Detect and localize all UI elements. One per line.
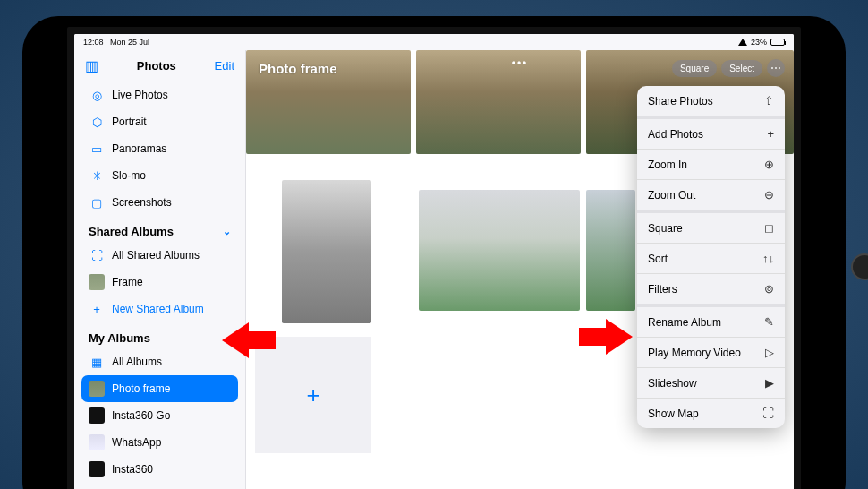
sidebar-item-label: Frame — [112, 276, 143, 288]
sidebar: ▥ Photos Edit ◎ Live Photos ⬡ Portrait — [74, 50, 246, 489]
sidebar-item-all-albums[interactable]: ▦ All Albums — [81, 348, 238, 375]
slomo-icon: ✳ — [89, 167, 105, 184]
menu-label: Add Photos — [648, 128, 703, 141]
photo-thumb[interactable] — [416, 50, 581, 154]
slideshow-icon: ▶ — [765, 376, 774, 390]
home-button[interactable] — [851, 253, 868, 280]
sidebar-item-whatsapp[interactable]: WhatsApp — [81, 429, 238, 456]
menu-item-zoom-out[interactable]: Zoom Out ⊖ — [637, 180, 785, 213]
filters-icon: ⊚ — [764, 282, 774, 296]
menu-label: Show Map — [648, 408, 699, 420]
status-time: 12:08 — [83, 38, 104, 47]
sidebar-item-slomo[interactable]: ✳ Slo-mo — [81, 162, 238, 189]
wifi-icon — [738, 39, 747, 46]
pencil-icon: ✎ — [764, 315, 774, 329]
sidebar-item-frame[interactable]: Frame — [81, 269, 238, 296]
album-thumb-icon — [89, 434, 105, 450]
photo-thumb[interactable] — [586, 190, 635, 311]
menu-label: Filters — [648, 283, 677, 296]
album-thumb-icon — [89, 274, 105, 290]
menu-label: Slideshow — [648, 377, 697, 390]
sidebar-item-all-shared[interactable]: ⛶ All Shared Albums — [81, 242, 238, 269]
sidebar-item-label: Screenshots — [112, 196, 172, 209]
square-icon: ◻ — [764, 221, 774, 235]
menu-label: Sort — [648, 253, 668, 265]
menu-item-filters[interactable]: Filters ⊚ — [637, 274, 785, 307]
sidebar-item-label: All Albums — [112, 356, 162, 368]
menu-label: Rename Album — [648, 316, 721, 329]
battery-pct: 23% — [751, 38, 767, 47]
menu-label: Zoom Out — [648, 189, 695, 202]
sidebar-item-label: Slo-mo — [112, 169, 146, 182]
more-menu-button[interactable]: ⋯ — [767, 59, 785, 77]
menu-item-sort[interactable]: Sort ↑↓ — [637, 244, 785, 274]
status-left: 12:08 Mon 25 Jul — [83, 38, 149, 47]
more-dots-icon[interactable]: ••• — [512, 57, 529, 70]
sidebar-item-label: Insta360 Go — [112, 409, 170, 422]
plus-icon: + — [89, 301, 105, 317]
map-icon: ⛶ — [762, 407, 774, 420]
sidebar-item-photo-frame[interactable]: Photo frame — [81, 375, 238, 402]
sidebar-item-label: Photo frame — [112, 382, 170, 395]
section-title: Shared Albums — [89, 225, 174, 238]
album-title: Photo frame — [259, 61, 337, 76]
screenshots-icon: ▢ — [89, 194, 105, 210]
sidebar-item-label: New Shared Album — [112, 303, 204, 315]
status-date: Mon 25 Jul — [110, 38, 149, 47]
battery-icon — [770, 39, 785, 46]
annotation-arrow-icon — [579, 319, 633, 355]
menu-label: Square — [648, 222, 683, 235]
menu-label: Play Memory Video — [648, 347, 741, 359]
screen: 12:08 Mon 25 Jul 23% ▥ Photos Edit — [74, 34, 794, 489]
sidebar-item-label: Portrait — [112, 116, 147, 128]
play-icon: ▷ — [765, 346, 774, 359]
menu-label: Zoom In — [648, 159, 687, 171]
all-shared-icon: ⛶ — [89, 247, 105, 263]
chevron-down-icon: ⌄ — [223, 226, 231, 237]
sidebar-item-panoramas[interactable]: ▭ Panoramas — [81, 135, 238, 162]
album-thumb-icon — [89, 461, 105, 477]
section-my-albums[interactable]: My Albums ⌄ — [81, 322, 238, 348]
section-title: My Albums — [89, 331, 150, 345]
sidebar-item-insta360go[interactable]: Insta360 Go — [81, 402, 238, 429]
menu-item-zoom-in[interactable]: Zoom In ⊕ — [637, 150, 785, 180]
menu-item-square[interactable]: Square ◻ — [637, 213, 785, 244]
photo-thumb[interactable] — [419, 190, 580, 311]
select-button[interactable]: Select — [721, 60, 762, 77]
sidebar-item-label: Insta360 — [112, 463, 153, 476]
plus-icon: + — [767, 127, 774, 141]
sidebar-item-portrait[interactable]: ⬡ Portrait — [81, 108, 238, 135]
sidebar-item-label: All Shared Albums — [112, 249, 200, 262]
zoom-in-icon: ⊕ — [764, 158, 774, 171]
sidebar-item-live-photos[interactable]: ◎ Live Photos — [81, 82, 238, 108]
sidebar-item-label: WhatsApp — [112, 436, 161, 449]
album-content: Photo frame ••• Square Select ⋯ — [246, 50, 794, 489]
sidebar-item-label: Live Photos — [112, 89, 168, 101]
section-shared-albums[interactable]: Shared Albums ⌄ — [81, 216, 238, 242]
menu-item-add-photos[interactable]: Add Photos + — [637, 119, 785, 150]
sidebar-item-screenshots[interactable]: ▢ Screenshots — [81, 189, 238, 216]
all-albums-icon: ▦ — [89, 354, 105, 370]
album-thumb-icon — [89, 408, 105, 424]
menu-item-rename-album[interactable]: Rename Album ✎ — [637, 307, 785, 338]
zoom-out-icon: ⊖ — [764, 188, 774, 202]
photo-thumb[interactable] — [282, 180, 371, 323]
sidebar-collapse-icon[interactable]: ▥ — [85, 57, 98, 74]
menu-label: Share Photos — [648, 95, 713, 107]
svg-marker-0 — [579, 319, 633, 355]
annotation-arrow-icon — [222, 322, 276, 358]
menu-item-show-map[interactable]: Show Map ⛶ — [637, 399, 785, 428]
live-photos-icon: ◎ — [89, 87, 105, 103]
sidebar-item-insta360[interactable]: Insta360 — [81, 456, 238, 483]
menu-item-slideshow[interactable]: Slideshow ▶ — [637, 368, 785, 399]
album-thumb-icon — [89, 381, 105, 397]
square-toggle-button[interactable]: Square — [672, 60, 717, 77]
context-menu: Share Photos ⇧ Add Photos + Zoom In ⊕ — [637, 86, 785, 428]
sidebar-item-new-shared[interactable]: + New Shared Album — [81, 296, 238, 322]
sidebar-item-label: Panoramas — [112, 142, 166, 155]
menu-item-share-photos[interactable]: Share Photos ⇧ — [637, 86, 785, 119]
share-icon: ⇧ — [764, 94, 774, 107]
ipad-frame: 12:08 Mon 25 Jul 23% ▥ Photos Edit — [22, 16, 846, 489]
menu-item-play-memory[interactable]: Play Memory Video ▷ — [637, 338, 785, 368]
edit-button[interactable]: Edit — [215, 59, 234, 73]
